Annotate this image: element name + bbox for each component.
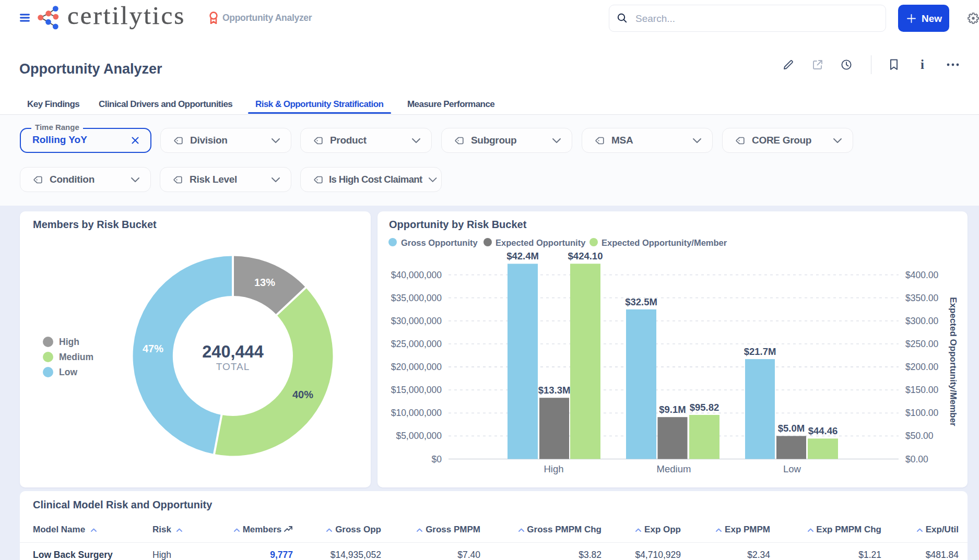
svg-text:Expected Opportunity/Member: Expected Opportunity/Member [601,238,727,247]
svg-text:High: High [544,463,563,474]
svg-text:Medium: Medium [657,463,691,474]
svg-text:$5.0M: $5.0M [778,423,805,434]
svg-text:$35,000,000: $35,000,000 [391,293,442,303]
svg-text:Gross Opportunity: Gross Opportunity [401,238,478,247]
svg-text:$350.00: $350.00 [905,293,939,303]
svg-text:TOTAL: TOTAL [216,361,250,372]
svg-text:40%: 40% [292,389,313,400]
svg-text:$150.00: $150.00 [905,385,939,395]
svg-text:$200.00: $200.00 [905,362,939,372]
svg-text:$100.00: $100.00 [905,408,939,418]
svg-text:$10,000,000: $10,000,000 [391,408,442,418]
svg-text:$400.00: $400.00 [905,270,939,280]
svg-text:Expected Opportunity/Member: Expected Opportunity/Member [948,297,958,426]
svg-text:$0.00: $0.00 [905,454,928,464]
svg-text:$42.4M: $42.4M [506,251,539,261]
svg-text:$40,000,000: $40,000,000 [391,270,442,280]
svg-text:13%: 13% [254,277,275,288]
svg-text:240,444: 240,444 [202,342,263,361]
svg-text:$15,000,000: $15,000,000 [391,385,442,395]
svg-text:$20,000,000: $20,000,000 [391,362,442,372]
svg-text:$424.10: $424.10 [568,251,603,261]
svg-text:$95.82: $95.82 [690,402,719,413]
svg-text:$30,000,000: $30,000,000 [391,316,442,326]
svg-text:$250.00: $250.00 [905,339,939,349]
svg-text:$50.00: $50.00 [905,431,934,441]
svg-text:Expected Opportunity: Expected Opportunity [496,238,586,247]
svg-text:$32.5M: $32.5M [625,296,657,307]
svg-text:$44.46: $44.46 [808,425,838,436]
svg-text:$0: $0 [432,454,442,464]
svg-text:$25,000,000: $25,000,000 [391,339,442,349]
svg-text:$5,000,000: $5,000,000 [396,431,442,441]
svg-text:$9.1M: $9.1M [659,404,686,415]
svg-text:47%: 47% [143,343,163,354]
svg-text:$21.7M: $21.7M [744,346,776,357]
svg-text:$13.3M: $13.3M [538,385,571,396]
svg-text:Low: Low [783,463,801,474]
svg-text:$300.00: $300.00 [905,316,939,326]
